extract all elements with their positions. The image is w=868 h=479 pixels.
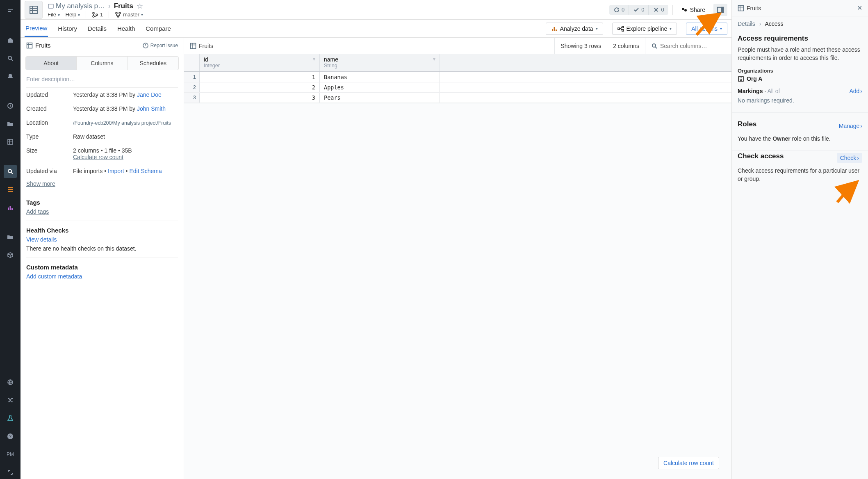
about-panel: Fruits Report issue About Columns Schedu… xyxy=(21,38,184,479)
svg-rect-29 xyxy=(622,26,624,28)
add-marking-link[interactable]: Add › xyxy=(849,88,862,94)
rail-globe-icon[interactable] xyxy=(4,376,17,389)
calc-row-count-link[interactable]: Calculate row count xyxy=(73,154,123,160)
search-columns-input[interactable] xyxy=(660,43,726,49)
pill-errors[interactable]: 0 xyxy=(649,5,668,15)
svg-point-16 xyxy=(93,16,94,17)
svg-rect-24 xyxy=(722,7,724,12)
health-title: Health Checks xyxy=(21,221,184,236)
show-more-link[interactable]: Show more xyxy=(21,178,184,193)
svg-rect-26 xyxy=(554,27,555,31)
tags-title: Tags xyxy=(21,193,184,208)
share-button[interactable]: Share xyxy=(677,4,709,16)
rail-pm[interactable]: PM xyxy=(4,448,17,461)
report-issue-button[interactable]: Report issue xyxy=(142,42,178,49)
rail-library-icon[interactable] xyxy=(4,135,17,148)
subtab-about[interactable]: About xyxy=(26,57,77,70)
col-id-name: id xyxy=(204,56,220,63)
rail-flask-icon[interactable] xyxy=(4,412,17,425)
created-user-link[interactable]: John Smith xyxy=(137,105,166,112)
side-panel-toggle[interactable] xyxy=(713,4,727,16)
rail-stack-icon[interactable] xyxy=(4,183,17,196)
svg-point-19 xyxy=(119,12,121,14)
add-meta-link[interactable]: Add custom metadata xyxy=(26,273,82,280)
view-health-link[interactable]: View details xyxy=(26,236,57,243)
edit-schema-link[interactable]: Edit Schema xyxy=(129,168,162,174)
location-path: /Foundry-ecb200/My analysis project/Frui… xyxy=(73,120,171,126)
dataset-type-icon xyxy=(25,1,43,19)
star-icon[interactable]: ☆ xyxy=(137,2,143,11)
svg-point-21 xyxy=(682,8,684,10)
check-access-button[interactable]: Check › xyxy=(837,153,862,163)
health-body: There are no health checks on this datas… xyxy=(21,245,184,258)
side-crumb-details[interactable]: Details xyxy=(738,21,755,27)
tab-health[interactable]: Health xyxy=(116,21,136,36)
rail-notifications-icon[interactable] xyxy=(4,70,17,83)
rail-chart-icon[interactable] xyxy=(4,201,17,214)
close-icon[interactable]: ✕ xyxy=(857,4,862,12)
svg-rect-5 xyxy=(8,189,13,190)
explore-pipeline-button[interactable]: Explore pipeline▾ xyxy=(612,23,677,35)
analyze-data-button[interactable]: Analyze data▾ xyxy=(546,23,603,35)
side-title: Fruits xyxy=(747,5,761,11)
col-name-type: String xyxy=(324,63,338,68)
rail-help-icon[interactable]: ? xyxy=(4,430,17,443)
col-id-menu[interactable]: ▾ xyxy=(313,56,315,62)
tab-details[interactable]: Details xyxy=(87,21,107,36)
branch-selector[interactable]: master ▾ xyxy=(115,11,143,18)
updated-user-link[interactable]: Jane Doe xyxy=(137,91,162,98)
rail-history-icon[interactable] xyxy=(4,99,17,112)
tab-preview[interactable]: Preview xyxy=(25,21,48,37)
pill-checks[interactable]: 0 xyxy=(629,5,649,15)
col-name-name: name xyxy=(324,56,338,63)
rail-search-icon[interactable] xyxy=(4,52,17,65)
col-id-type: Integer xyxy=(204,63,220,68)
rail-expand-icon[interactable] xyxy=(4,466,17,479)
subtab-columns[interactable]: Columns xyxy=(77,57,128,70)
tab-compare[interactable]: Compare xyxy=(145,21,172,36)
table-row: 1 1 Bananas xyxy=(184,72,731,82)
branch-count[interactable]: 1 xyxy=(92,11,103,18)
breadcrumb-project[interactable]: My analysis p… xyxy=(48,2,105,10)
about-title: Fruits xyxy=(35,42,51,49)
svg-rect-36 xyxy=(738,5,744,11)
add-tags-link[interactable]: Add tags xyxy=(21,208,184,221)
svg-text:?: ? xyxy=(9,434,11,439)
svg-rect-28 xyxy=(618,28,620,30)
col-name-menu[interactable]: ▾ xyxy=(433,56,435,62)
menu-file[interactable]: File ▾ xyxy=(48,11,60,18)
svg-rect-6 xyxy=(8,191,13,192)
rail-folder2-icon[interactable] xyxy=(4,230,17,244)
import-link[interactable]: Import xyxy=(108,168,124,174)
manage-roles-link[interactable]: Manage › xyxy=(839,123,862,129)
tab-history[interactable]: History xyxy=(57,21,78,36)
svg-point-18 xyxy=(116,12,117,14)
no-markings-text: No markings required. xyxy=(738,97,862,105)
subtab-schedules[interactable]: Schedules xyxy=(128,57,178,70)
rail-logo[interactable] xyxy=(4,4,17,17)
topbar: My analysis p… › Fruits ☆ File ▾ Help ▾ … xyxy=(21,0,731,20)
rail-shuffle-icon[interactable] xyxy=(4,394,17,407)
column-count-indicator: 2 columns xyxy=(607,38,645,54)
svg-rect-25 xyxy=(552,29,553,31)
all-actions-button[interactable]: All actions▾ xyxy=(686,23,727,35)
nav-rail: ? PM xyxy=(0,0,21,479)
calc-row-count-button[interactable]: Calculate row count xyxy=(658,457,719,469)
table-row: 3 3 Pears xyxy=(184,93,731,103)
pill-refresh[interactable]: 0 xyxy=(609,5,629,15)
rail-search-data-icon[interactable] xyxy=(4,165,17,178)
svg-rect-8 xyxy=(10,206,11,210)
svg-rect-37 xyxy=(738,77,743,81)
markings-label: Markings xyxy=(738,88,763,94)
svg-rect-9 xyxy=(11,208,13,210)
svg-point-0 xyxy=(8,56,11,59)
svg-rect-30 xyxy=(622,30,624,31)
rail-package-icon[interactable] xyxy=(4,249,17,262)
rail-folder-icon[interactable] xyxy=(4,117,17,130)
menu-help[interactable]: Help ▾ xyxy=(66,11,80,18)
access-panel: Fruits ✕ Details › Access Access require… xyxy=(731,0,868,479)
description-placeholder[interactable]: Enter description… xyxy=(26,76,178,82)
rail-home-icon[interactable] xyxy=(4,34,17,47)
org-item: Org A xyxy=(738,75,862,82)
check-access-title: Check access xyxy=(738,152,784,160)
